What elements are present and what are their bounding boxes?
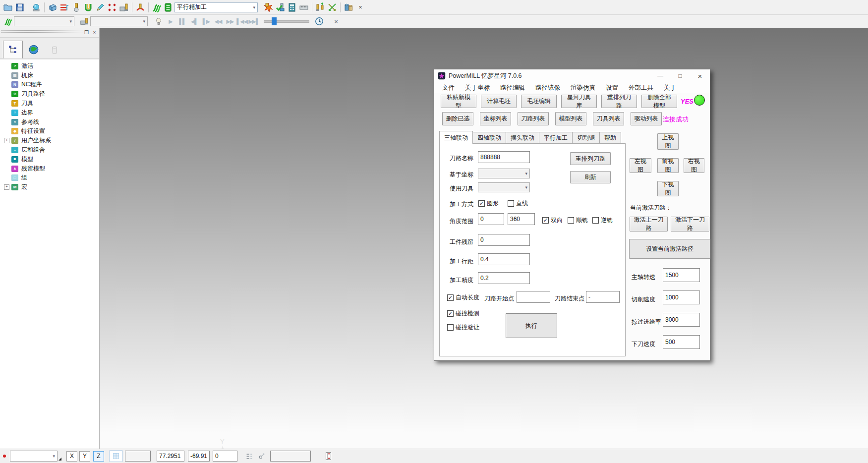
auto-length-checkbox[interactable]: 自动长度 xyxy=(447,293,479,302)
cursor-x-field[interactable] xyxy=(157,451,184,462)
light-toggle-button[interactable] xyxy=(153,15,165,27)
speed-input[interactable] xyxy=(663,290,700,304)
step-back-button[interactable]: ◀▌ xyxy=(188,15,200,27)
stepover-input[interactable] xyxy=(478,253,530,265)
tree-item[interactable]: ▦ 机床 xyxy=(0,71,99,80)
based-coord-dropdown[interactable]: ▾ xyxy=(478,169,530,178)
edit-toolpath-button[interactable] xyxy=(94,1,106,13)
fast-forward-button[interactable]: ▶▶ xyxy=(224,15,236,27)
dialog-button[interactable]: 驱动列表 xyxy=(631,112,662,125)
tree-item[interactable]: / 用户坐标系 xyxy=(0,136,99,145)
circular-checkbox[interactable]: 圆形 xyxy=(478,199,499,208)
speed-input[interactable] xyxy=(663,313,700,327)
climb-mill-checkbox[interactable]: 顺铣 xyxy=(568,216,588,225)
dialog-button[interactable]: 星河刀具库 xyxy=(561,95,597,108)
right-view-button[interactable]: 右视图 xyxy=(684,158,704,173)
slider-handle[interactable] xyxy=(272,17,277,25)
start-point-input[interactable] xyxy=(517,291,550,303)
dialog-tab[interactable]: 帮助 xyxy=(599,132,621,144)
tab-recycle-bin[interactable] xyxy=(45,41,64,58)
tool-block-button[interactable] xyxy=(118,1,130,13)
dialog-button[interactable]: 刀具列表 xyxy=(593,112,624,125)
bidirectional-checkbox[interactable]: 双向 xyxy=(542,216,563,225)
axis-y-button[interactable]: Y xyxy=(79,451,90,462)
probe-button[interactable] xyxy=(255,450,267,462)
tree-item[interactable]: × 参考线 xyxy=(0,117,99,127)
dialog-button[interactable]: 坐标列表 xyxy=(480,112,511,125)
rewind-button[interactable]: ◀◀ xyxy=(212,15,224,27)
toolpath-doc-button[interactable] xyxy=(323,450,335,462)
dialog-button[interactable]: 粘贴新模型 xyxy=(441,95,476,108)
tool-select-combobox[interactable]: ▾ xyxy=(90,16,148,26)
verify-tool-button[interactable] xyxy=(274,1,286,13)
go-to-start-button[interactable]: ▌◀◀ xyxy=(236,15,248,27)
leads-links-button[interactable] xyxy=(82,1,94,13)
dialog-button[interactable]: 毛坯编辑 xyxy=(521,95,557,108)
dialog-button[interactable]: 计算毛坯 xyxy=(481,95,517,108)
dialog-button[interactable]: 刀路列表 xyxy=(518,112,549,125)
status-combobox[interactable]: ▾ xyxy=(10,451,58,462)
tree-item[interactable]: N NC程序 xyxy=(0,80,99,90)
toolpath-name-input[interactable] xyxy=(478,151,530,163)
rearrange-toolpath-button[interactable]: 重排列刀路 xyxy=(570,152,611,165)
dialog-button[interactable]: 重排列刀路 xyxy=(601,95,637,108)
menu-item[interactable]: 文件 xyxy=(442,84,455,92)
strategy-combobox[interactable]: 平行精加工 ▾ xyxy=(174,2,258,12)
block-button[interactable] xyxy=(47,1,58,13)
angle-from-input[interactable] xyxy=(478,213,504,225)
dialog-tab[interactable]: 三轴联动 xyxy=(439,131,473,144)
activate-next-toolpath-button[interactable]: 激活下一刀路 xyxy=(671,217,709,232)
speed-input[interactable] xyxy=(663,335,700,349)
panel-close-button[interactable]: × xyxy=(91,29,98,36)
measure-button[interactable] xyxy=(298,1,310,13)
collision-avoid-checkbox[interactable]: 碰撞避让 xyxy=(447,323,479,332)
menu-item[interactable]: 设置 xyxy=(606,84,618,92)
grid-toggle-button[interactable] xyxy=(109,450,123,462)
tree-item[interactable]: □ 组 xyxy=(0,174,99,183)
play-button[interactable]: ▶ xyxy=(165,15,176,27)
menu-item[interactable]: 路径镜像 xyxy=(535,84,560,92)
toolpath-select-combobox[interactable]: ▾ xyxy=(14,16,74,26)
simulation-clock-button[interactable] xyxy=(313,15,325,27)
pause-button[interactable]: ▌▌ xyxy=(176,15,188,27)
menu-item[interactable]: 关于坐标 xyxy=(465,84,490,92)
axis-z-button[interactable]: Z xyxy=(93,451,104,462)
menu-item[interactable]: 路径编辑 xyxy=(500,84,525,92)
bottom-view-button[interactable]: 下视图 xyxy=(657,181,679,196)
go-to-end-button[interactable]: ▶▶▌ xyxy=(248,15,260,27)
toolpath-strategy-button[interactable] xyxy=(58,1,70,13)
tree-item[interactable]: ◆ 特征设置 xyxy=(0,127,99,136)
use-tool-dropdown[interactable]: ▾ xyxy=(478,182,530,192)
feed-rate-button[interactable] xyxy=(134,1,146,13)
dialog-tab[interactable]: 四轴联动 xyxy=(472,132,506,144)
open-project-button[interactable] xyxy=(2,1,14,13)
resize-grip[interactable] xyxy=(58,458,61,461)
menu-item[interactable]: 渲染仿真 xyxy=(571,84,595,92)
collision-check-button[interactable] xyxy=(262,1,274,13)
strategy-list-button[interactable] xyxy=(163,1,174,13)
menu-item[interactable]: 外部工具 xyxy=(629,84,653,92)
linear-checkbox[interactable]: 直线 xyxy=(508,199,528,208)
conventional-mill-checkbox[interactable]: 逆铣 xyxy=(592,216,613,225)
tree-item[interactable]: > 激活 xyxy=(0,61,99,71)
toolbar-close-button[interactable]: × xyxy=(354,1,366,13)
cursor-z-field[interactable] xyxy=(213,451,237,462)
dialog-tab[interactable]: 摆头联动 xyxy=(506,132,539,144)
tab-explorer-tree[interactable] xyxy=(3,41,23,58)
dialog-title-bar[interactable]: PowerMILL 忆梦星河 7.0.6 — □ × xyxy=(434,69,710,82)
cursor-y-field[interactable] xyxy=(188,451,210,462)
print-preview-button[interactable] xyxy=(30,1,42,13)
tree-item[interactable]: ≡ 层和组合 xyxy=(0,145,99,155)
dialog-button[interactable]: 删除全部模型 xyxy=(641,95,677,108)
speed-input[interactable] xyxy=(663,268,700,282)
collision-check-checkbox[interactable]: 碰撞检测 xyxy=(447,309,479,318)
calculator-button[interactable] xyxy=(286,1,298,13)
pattern-button[interactable] xyxy=(106,1,118,13)
dialog-button[interactable]: 模型列表 xyxy=(555,112,586,125)
simulation-speed-slider[interactable] xyxy=(264,17,309,26)
tolerance-input[interactable] xyxy=(478,272,530,284)
end-point-input[interactable] xyxy=(586,291,620,303)
tool-select-button[interactable] xyxy=(78,15,90,27)
tree-item[interactable]: ○ 边界 xyxy=(0,108,99,117)
tree-item[interactable]: ▲ 残留模型 xyxy=(0,164,99,174)
